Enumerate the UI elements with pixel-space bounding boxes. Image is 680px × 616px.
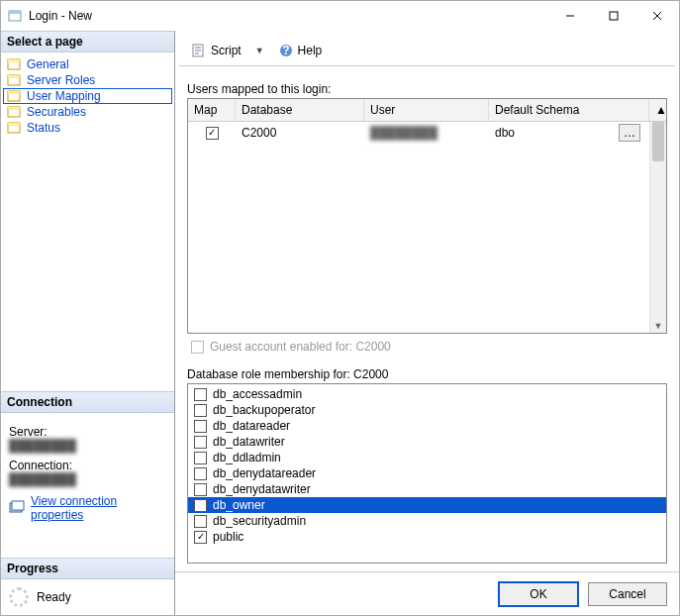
grid-scrollbar[interactable]: ▼ — [649, 122, 666, 333]
role-checkbox[interactable] — [194, 436, 207, 449]
role-checkbox[interactable] — [194, 388, 207, 401]
page-label: Status — [27, 121, 60, 135]
title-bar: Login - New — [1, 1, 679, 31]
role-label: db_backupoperator — [213, 403, 315, 417]
sidebar-item-general[interactable]: General — [3, 56, 172, 72]
table-row[interactable]: C2000████████dbo… — [188, 122, 666, 144]
ok-button[interactable]: OK — [499, 582, 578, 606]
close-button[interactable] — [635, 1, 679, 31]
svg-rect-7 — [8, 59, 20, 62]
role-checkbox[interactable] — [194, 531, 207, 544]
view-connection-properties-label: View connection properties — [31, 494, 166, 522]
maximize-button[interactable] — [592, 1, 635, 31]
role-db_ddladmin[interactable]: db_ddladmin — [188, 450, 666, 465]
role-label: db_denydatawriter — [213, 482, 311, 496]
role-checkbox[interactable] — [194, 452, 207, 464]
role-checkbox[interactable] — [194, 499, 207, 512]
page-icon — [7, 57, 23, 71]
page-icon — [7, 73, 23, 87]
role-label: db_denydatareader — [213, 466, 316, 480]
role-label: db_ddladmin — [213, 451, 281, 464]
svg-rect-9 — [8, 75, 20, 78]
progress-header: Progress — [1, 558, 174, 579]
dialog-footer: OK Cancel — [175, 571, 679, 615]
users-mapped-label: Users mapped to this login: — [187, 82, 667, 96]
guest-account-checkbox: Guest account enabled for: C2000 — [191, 340, 667, 354]
role-label: db_accessadmin — [213, 387, 302, 401]
progress-spinner-icon — [9, 587, 29, 607]
role-checkbox[interactable] — [194, 404, 207, 417]
role-db_datareader[interactable]: db_datareader — [188, 418, 666, 434]
role-label: db_securityadmin — [213, 514, 306, 528]
role-label: public — [213, 530, 243, 544]
cell-database: C2000 — [236, 124, 364, 142]
svg-rect-17 — [12, 501, 24, 510]
help-icon: ? — [278, 43, 294, 58]
col-scroll: ▲ — [649, 99, 666, 121]
script-dropdown-icon[interactable]: ▼ — [251, 46, 268, 55]
role-checkbox[interactable] — [194, 515, 207, 528]
role-public[interactable]: public — [188, 529, 666, 545]
role-label: db_datareader — [213, 419, 290, 433]
role-membership-list[interactable]: db_accessadmindb_backupoperatordb_datare… — [187, 383, 667, 564]
sidebar: Select a page GeneralServer RolesUser Ma… — [1, 31, 175, 615]
minimize-button[interactable] — [548, 1, 592, 31]
cell-user: ████████ — [364, 124, 489, 142]
connection-label: Connection: — [9, 459, 166, 472]
col-map[interactable]: Map — [188, 99, 236, 121]
role-db_datawriter[interactable]: db_datawriter — [188, 434, 666, 450]
map-checkbox[interactable] — [206, 127, 219, 140]
help-button[interactable]: ? Help — [274, 41, 327, 60]
view-connection-properties-link[interactable]: View connection properties — [9, 494, 166, 522]
page-label: General — [27, 57, 69, 71]
col-default-schema[interactable]: Default Schema — [489, 99, 649, 121]
users-mapped-grid[interactable]: Map Database User Default Schema ▲ C2000… — [187, 98, 667, 334]
cell-schema: dbo — [495, 126, 515, 140]
svg-rect-1 — [9, 11, 21, 14]
svg-rect-13 — [8, 107, 20, 110]
svg-rect-15 — [8, 123, 20, 126]
app-icon — [7, 8, 23, 24]
select-page-header: Select a page — [1, 31, 174, 52]
sidebar-item-status[interactable]: Status — [3, 120, 172, 136]
role-checkbox[interactable] — [194, 483, 207, 496]
sidebar-item-securables[interactable]: Securables — [3, 104, 172, 120]
svg-rect-11 — [8, 91, 20, 94]
sidebar-item-server-roles[interactable]: Server Roles — [3, 72, 172, 88]
role-db_denydatawriter[interactable]: db_denydatawriter — [188, 481, 666, 497]
role-db_denydatareader[interactable]: db_denydatareader — [188, 465, 666, 481]
cancel-button[interactable]: Cancel — [588, 582, 667, 606]
role-db_securityadmin[interactable]: db_securityadmin — [188, 513, 666, 529]
role-label: db_owner — [213, 498, 265, 512]
svg-rect-3 — [610, 12, 618, 20]
grid-header: Map Database User Default Schema ▲ — [188, 99, 666, 122]
role-db_accessadmin[interactable]: db_accessadmin — [188, 386, 666, 402]
page-icon — [7, 89, 23, 103]
page-label: Securables — [27, 105, 86, 119]
page-icon — [7, 121, 23, 135]
role-checkbox[interactable] — [194, 467, 207, 480]
toolbar: Script ▼ ? Help — [179, 35, 675, 66]
page-label: Server Roles — [27, 73, 95, 87]
guest-account-label: Guest account enabled for: C2000 — [210, 340, 391, 354]
server-label: Server: — [9, 425, 166, 439]
role-checkbox[interactable] — [194, 420, 207, 433]
role-label: db_datawriter — [213, 435, 285, 449]
connection-header: Connection — [1, 391, 174, 413]
svg-text:?: ? — [282, 44, 289, 57]
script-icon — [191, 43, 207, 58]
script-button[interactable]: Script — [187, 41, 245, 60]
page-label: User Mapping — [27, 89, 101, 103]
col-user[interactable]: User — [364, 99, 489, 121]
page-list: GeneralServer RolesUser MappingSecurable… — [1, 52, 174, 140]
role-membership-label: Database role membership for: C2000 — [187, 367, 667, 381]
help-label: Help — [298, 44, 323, 57]
role-db_owner[interactable]: db_owner — [188, 497, 666, 513]
script-label: Script — [211, 44, 242, 57]
role-db_backupoperator[interactable]: db_backupoperator — [188, 402, 666, 418]
sidebar-item-user-mapping[interactable]: User Mapping — [3, 88, 172, 104]
schema-browse-button[interactable]: … — [619, 124, 640, 142]
col-database[interactable]: Database — [236, 99, 364, 121]
checkbox-icon — [191, 341, 204, 354]
page-icon — [7, 105, 23, 119]
